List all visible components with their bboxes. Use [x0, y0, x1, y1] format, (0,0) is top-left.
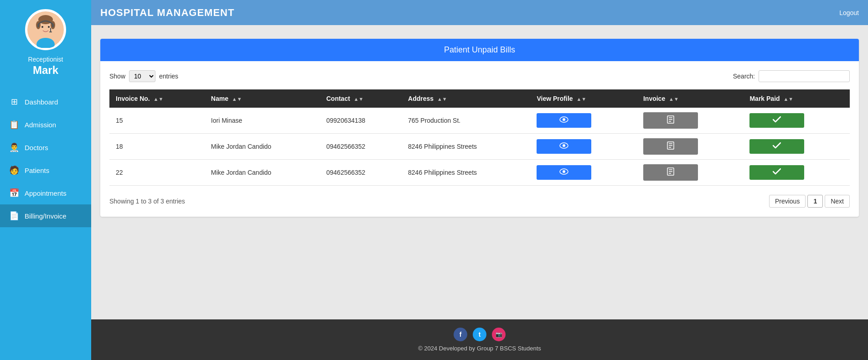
patients-icon: 🧑 [9, 165, 19, 175]
footer: f t 📷 © 2024 Developed by Group 7 BSCS S… [91, 319, 868, 360]
sidebar-item-label-patients: Patients [25, 167, 49, 174]
mark-paid-button[interactable] [749, 165, 804, 180]
patient-unpaid-bills-card: Patient Unpaid Bills Show 10 25 50 100 [100, 39, 859, 217]
cell-contact: 09462566352 [320, 134, 402, 160]
cell-mark-paid [743, 160, 850, 186]
sort-icon-invoice-col: ▲▼ [669, 96, 679, 102]
mark-paid-button[interactable] [749, 139, 804, 154]
sidebar-item-billing[interactable]: 📄 Billing/Invoice [0, 204, 91, 227]
card-title: Patient Unpaid Bills [100, 39, 859, 61]
entries-label: entries [159, 73, 178, 80]
invoice-button[interactable] [643, 138, 698, 155]
search-label: Search: [733, 73, 755, 80]
entries-select[interactable]: 10 25 50 100 [129, 70, 155, 82]
admission-icon: 📋 [9, 120, 19, 130]
cell-view-profile [530, 134, 637, 160]
sidebar-item-appointments[interactable]: 📅 Appointments [0, 182, 91, 204]
sidebar-item-doctors[interactable]: 👨‍⚕️ Doctors [0, 136, 91, 159]
bills-table: Invoice No. ▲▼ Name ▲▼ Contact ▲▼ Addres… [109, 89, 850, 186]
table-controls: Show 10 25 50 100 entries Search: [109, 70, 850, 82]
facebook-icon[interactable]: f [454, 328, 467, 341]
sidebar-item-label-dashboard: Dashboard [25, 98, 58, 106]
sidebar-role: Receptionist [28, 56, 63, 63]
page-1-button[interactable]: 1 [807, 195, 823, 208]
cell-address: 765 Production St. [402, 108, 530, 134]
instagram-icon[interactable]: 📷 [492, 328, 506, 341]
show-label: Show [109, 73, 125, 80]
cell-name: Iori Minase [205, 108, 320, 134]
logout-button[interactable]: Logout [839, 9, 859, 16]
pagination-controls: Previous 1 Next [769, 195, 850, 208]
cell-mark-paid [743, 108, 850, 134]
twitter-icon[interactable]: t [473, 328, 486, 341]
table-row: 18 Mike Jordan Candido 09462566352 8246 … [109, 134, 850, 160]
cell-name: Mike Jordan Candido [205, 160, 320, 186]
sidebar-item-patients[interactable]: 🧑 Patients [0, 159, 91, 182]
col-mark-paid[interactable]: Mark Paid ▲▼ [743, 89, 850, 108]
invoice-button[interactable] [643, 112, 698, 129]
sidebar-item-label-billing: Billing/Invoice [25, 212, 67, 220]
sort-icon-address: ▲▼ [437, 96, 447, 102]
content-area: Patient Unpaid Bills Show 10 25 50 100 [91, 25, 868, 319]
sort-icon-contact: ▲▼ [354, 96, 364, 102]
appointments-icon: 📅 [9, 188, 19, 198]
view-profile-button[interactable] [537, 113, 591, 128]
sidebar-item-dashboard[interactable]: ⊞ Dashboard [0, 90, 91, 113]
svg-point-20 [563, 144, 565, 147]
col-invoice-no[interactable]: Invoice No. ▲▼ [109, 89, 205, 108]
sidebar-item-label-admission: Admission [25, 121, 56, 129]
col-view-profile[interactable]: View Profile ▲▼ [530, 89, 637, 108]
previous-button[interactable]: Previous [769, 195, 806, 208]
mark-paid-button[interactable] [749, 113, 804, 128]
cell-invoice-btn [637, 108, 744, 134]
footer-icons: f t 📷 [96, 328, 863, 341]
footer-copyright: © 2024 Developed by Group 7 BSCS Student… [96, 345, 863, 352]
search-box: Search: [733, 70, 850, 82]
sidebar-item-label-doctors: Doctors [25, 144, 48, 151]
search-input[interactable] [759, 70, 850, 82]
cell-invoice-no: 18 [109, 134, 205, 160]
sort-icon-invoice: ▲▼ [154, 96, 164, 102]
cell-invoice-btn [637, 160, 744, 186]
svg-point-8 [41, 26, 43, 28]
dashboard-icon: ⊞ [9, 97, 19, 107]
sidebar-item-admission[interactable]: 📋 Admission [0, 113, 91, 136]
topbar: HOSPITAL MANAGEMENT Logout [91, 0, 868, 25]
sort-icon-paid: ▲▼ [783, 96, 793, 102]
pagination-area: Showing 1 to 3 of 3 entries Previous 1 N… [109, 195, 850, 208]
billing-icon: 📄 [9, 211, 19, 221]
doctors-icon: 👨‍⚕️ [9, 142, 19, 152]
avatar [25, 9, 66, 50]
svg-point-9 [48, 26, 50, 28]
sort-icon-name: ▲▼ [232, 96, 242, 102]
sidebar: Receptionist Mark ⊞ Dashboard 📋 Admissio… [0, 0, 91, 360]
cell-mark-paid [743, 134, 850, 160]
next-button[interactable]: Next [825, 195, 850, 208]
table-row: 15 Iori Minase 09920634138 765 Productio… [109, 108, 850, 134]
cell-invoice-btn [637, 134, 744, 160]
svg-point-14 [563, 118, 565, 121]
cell-invoice-no: 15 [109, 108, 205, 134]
col-invoice[interactable]: Invoice ▲▼ [637, 89, 744, 108]
col-address[interactable]: Address ▲▼ [402, 89, 530, 108]
view-profile-button[interactable] [537, 165, 591, 180]
sidebar-item-label-appointments: Appointments [25, 189, 67, 197]
show-entries-control: Show 10 25 50 100 entries [109, 70, 178, 82]
cell-name: Mike Jordan Candido [205, 134, 320, 160]
invoice-button[interactable] [643, 164, 698, 181]
table-header-row: Invoice No. ▲▼ Name ▲▼ Contact ▲▼ Addres… [109, 89, 850, 108]
col-contact[interactable]: Contact ▲▼ [320, 89, 402, 108]
topbar-title: HOSPITAL MANAGEMENT [100, 7, 234, 19]
cell-address: 8246 Philippines Streets [402, 134, 530, 160]
main-area: HOSPITAL MANAGEMENT Logout Patient Unpai… [91, 0, 868, 360]
cell-contact: 09462566352 [320, 160, 402, 186]
sidebar-nav: ⊞ Dashboard 📋 Admission 👨‍⚕️ Doctors 🧑 P… [0, 90, 91, 227]
col-name[interactable]: Name ▲▼ [205, 89, 320, 108]
view-profile-button[interactable] [537, 139, 591, 154]
sort-icon-view: ▲▼ [576, 96, 586, 102]
table-row: 22 Mike Jordan Candido 09462566352 8246 … [109, 160, 850, 186]
table-body: 15 Iori Minase 09920634138 765 Productio… [109, 108, 850, 186]
svg-rect-11 [49, 31, 52, 32]
showing-text: Showing 1 to 3 of 3 entries [109, 198, 185, 205]
cell-invoice-no: 22 [109, 160, 205, 186]
